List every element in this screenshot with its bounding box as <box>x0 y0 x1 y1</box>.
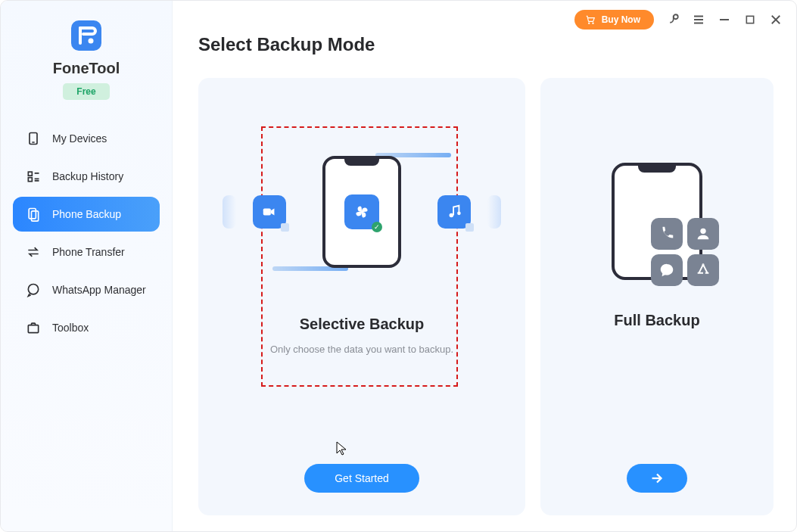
music-app-icon <box>437 195 471 229</box>
sidebar-item-label: Phone Transfer <box>52 246 125 258</box>
svg-rect-15 <box>28 178 32 182</box>
message-app-tile-icon <box>651 254 683 286</box>
sidebar: FoneTool Free My Devices Backup History … <box>1 1 173 531</box>
fan-app-icon: ✓ <box>344 194 379 229</box>
toolbox-icon <box>25 319 42 336</box>
svg-point-2 <box>674 14 678 19</box>
sidebar-item-my-devices[interactable]: My Devices <box>13 121 160 156</box>
svg-rect-20 <box>32 211 39 221</box>
app-logo-icon <box>70 19 103 52</box>
arrow-right-icon <box>649 470 665 487</box>
svg-rect-19 <box>29 209 36 219</box>
sidebar-item-phone-backup[interactable]: Phone Backup <box>13 197 160 232</box>
transfer-icon <box>25 244 42 260</box>
logo-area: FoneTool Free <box>53 19 120 100</box>
svg-point-26 <box>700 229 705 234</box>
contact-app-tile-icon <box>687 218 719 250</box>
sidebar-item-whatsapp-manager[interactable]: WhatsApp Manager <box>13 272 160 307</box>
svg-point-25 <box>457 212 461 216</box>
phone-illustration: ✓ <box>322 156 401 268</box>
history-icon <box>25 168 42 185</box>
page-title: Select Backup Mode <box>198 34 774 55</box>
get-started-label: Get Started <box>335 472 389 484</box>
phone-app-tile-icon <box>651 218 683 250</box>
free-badge: Free <box>63 83 109 100</box>
buy-now-label: Buy Now <box>602 14 640 25</box>
svg-rect-23 <box>263 208 271 215</box>
sidebar-item-backup-history[interactable]: Backup History <box>13 159 160 194</box>
svg-point-27 <box>703 264 704 265</box>
svg-rect-14 <box>28 172 32 176</box>
whatsapp-icon <box>25 282 42 298</box>
app-name: FoneTool <box>53 60 120 77</box>
sidebar-item-label: Phone Backup <box>52 208 121 220</box>
svg-point-0 <box>588 23 589 23</box>
sidebar-item-toolbox[interactable]: Toolbox <box>13 310 160 345</box>
close-icon[interactable] <box>769 13 783 26</box>
maximize-icon[interactable] <box>743 13 757 26</box>
phone-icon <box>25 130 42 147</box>
selective-backup-illustration: ✓ <box>198 140 525 284</box>
sidebar-item-label: Backup History <box>52 170 123 182</box>
sidebar-item-label: Toolbox <box>52 322 89 334</box>
backup-icon <box>25 206 42 222</box>
full-backup-card[interactable]: Full Backup <box>540 78 774 515</box>
full-backup-button[interactable] <box>627 464 687 493</box>
sidebar-item-label: WhatsApp Manager <box>52 284 146 296</box>
video-app-icon <box>253 195 286 229</box>
svg-rect-22 <box>28 325 38 333</box>
svg-point-1 <box>593 23 593 23</box>
full-backup-illustration <box>612 163 702 280</box>
sidebar-item-phone-transfer[interactable]: Phone Transfer <box>13 235 160 269</box>
get-started-button[interactable]: Get Started <box>304 464 419 493</box>
svg-point-21 <box>28 285 38 294</box>
sidebar-item-label: My Devices <box>52 132 107 145</box>
full-backup-title: Full Backup <box>614 312 699 329</box>
account-icon[interactable] <box>666 13 680 26</box>
svg-point-11 <box>89 39 94 44</box>
svg-rect-7 <box>746 16 753 23</box>
menu-icon[interactable] <box>692 13 705 26</box>
minimize-icon[interactable] <box>718 13 731 26</box>
sidebar-nav: My Devices Backup History Phone Backup P… <box>13 121 160 345</box>
appstore-tile-icon <box>687 254 719 286</box>
buy-now-button[interactable]: Buy Now <box>574 10 654 30</box>
